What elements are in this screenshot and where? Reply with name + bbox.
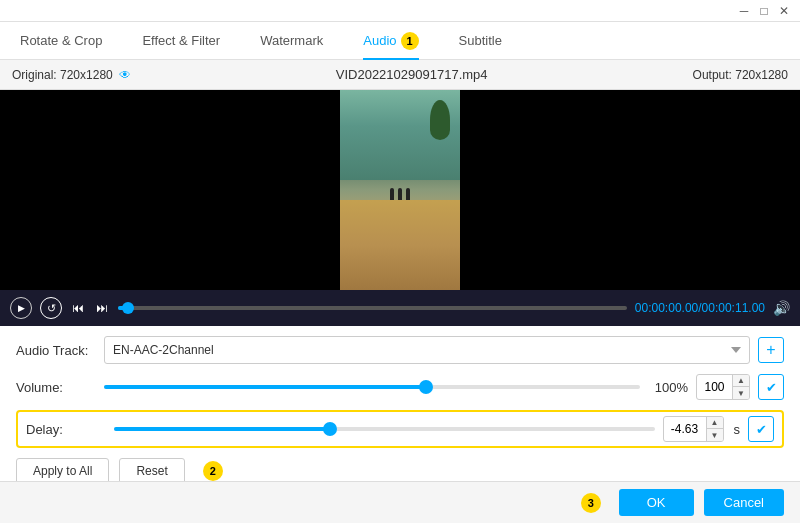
footer: 3 OK Cancel (0, 481, 800, 523)
volume-spinbox[interactable]: ▲ ▼ (696, 374, 750, 400)
audio-track-label: Audio Track: (16, 343, 96, 358)
person-2 (398, 188, 402, 202)
action-badge-2: 2 (203, 461, 223, 481)
maximize-button[interactable]: □ (756, 3, 772, 19)
title-bar: ─ □ ✕ (0, 0, 800, 22)
volume-slider-fill (104, 385, 426, 389)
prev-frame-button[interactable]: ⏮ (70, 301, 86, 315)
eye-icon[interactable]: 👁 (119, 68, 131, 82)
output-info: Output: 720x1280 (693, 68, 788, 82)
volume-slider-thumb[interactable] (419, 380, 433, 394)
time-display: 00:00:00.00/00:00:11.00 (635, 301, 765, 315)
delay-slider-track (114, 427, 655, 431)
audio-track-row: Audio Track: EN-AAC-2Channel + (16, 336, 784, 364)
filename-label: VID20221029091717.mp4 (336, 67, 488, 82)
delay-spin-arrows: ▲ ▼ (706, 416, 723, 442)
volume-spin-arrows: ▲ ▼ (732, 374, 749, 400)
tab-audio-badge: 1 (401, 32, 419, 50)
volume-spin-input[interactable] (697, 380, 732, 394)
volume-label: Volume: (16, 380, 96, 395)
ok-button[interactable]: OK (619, 489, 694, 516)
minimize-button[interactable]: ─ (736, 3, 752, 19)
tab-effect-filter[interactable]: Effect & Filter (142, 22, 220, 60)
copy-icon: ✔ (766, 380, 777, 395)
tab-audio[interactable]: Audio 1 (363, 22, 418, 60)
play-button[interactable]: ▶ (10, 297, 32, 319)
tab-rotate-crop[interactable]: Rotate & Crop (20, 22, 102, 60)
delay-label: Delay: (26, 422, 106, 437)
preview-bar: Original: 720x1280 👁 VID20221029091717.m… (0, 60, 800, 90)
volume-slider-track (104, 385, 640, 389)
volume-copy-button[interactable]: ✔ (758, 374, 784, 400)
tab-subtitle[interactable]: Subtitle (459, 22, 502, 60)
playback-bar: ▶ ↺ ⏮ ⏭ 00:00:00.00/00:00:11.00 🔊 (0, 290, 800, 326)
video-preview (0, 90, 800, 290)
tree-decoration (430, 100, 450, 140)
person-3 (406, 188, 410, 202)
delay-slider-container[interactable] (114, 419, 655, 439)
delay-spin-input[interactable] (664, 422, 706, 436)
volume-value: 100% (648, 380, 688, 395)
delay-row-container: Delay: ▲ ▼ s ✔ (16, 410, 784, 448)
delay-copy-button[interactable]: ✔ (748, 416, 774, 442)
delay-slider-fill (114, 427, 330, 431)
delay-copy-icon: ✔ (756, 422, 767, 437)
delay-unit: s (734, 422, 741, 437)
audio-track-select[interactable]: EN-AAC-2Channel (104, 336, 750, 364)
progress-slider[interactable] (118, 306, 627, 310)
next-frame-button[interactable]: ⏭ (94, 301, 110, 315)
tab-watermark[interactable]: Watermark (260, 22, 323, 60)
delay-spinbox[interactable]: ▲ ▼ (663, 416, 724, 442)
footer-badge-3: 3 (581, 493, 601, 513)
cancel-button[interactable]: Cancel (704, 489, 784, 516)
original-info: Original: 720x1280 👁 (12, 68, 131, 82)
volume-row: Volume: 100% ▲ ▼ ✔ (16, 374, 784, 400)
volume-spin-up[interactable]: ▲ (733, 374, 749, 387)
delay-spin-down[interactable]: ▼ (707, 429, 723, 442)
tab-bar: Rotate & Crop Effect & Filter Watermark … (0, 22, 800, 60)
add-audio-track-button[interactable]: + (758, 337, 784, 363)
loop-button[interactable]: ↺ (40, 297, 62, 319)
people-silhouette (390, 188, 410, 202)
delay-row: Delay: ▲ ▼ s ✔ (26, 416, 774, 442)
video-thumbnail (340, 90, 460, 290)
volume-slider-container[interactable] (104, 377, 640, 397)
delay-slider-thumb[interactable] (323, 422, 337, 436)
controls-panel: Audio Track: EN-AAC-2Channel + Volume: 1… (0, 326, 800, 494)
person-1 (390, 188, 394, 202)
volume-spin-down[interactable]: ▼ (733, 387, 749, 400)
delay-spin-up[interactable]: ▲ (707, 416, 723, 429)
volume-icon[interactable]: 🔊 (773, 300, 790, 316)
progress-thumb[interactable] (122, 302, 134, 314)
close-button[interactable]: ✕ (776, 3, 792, 19)
